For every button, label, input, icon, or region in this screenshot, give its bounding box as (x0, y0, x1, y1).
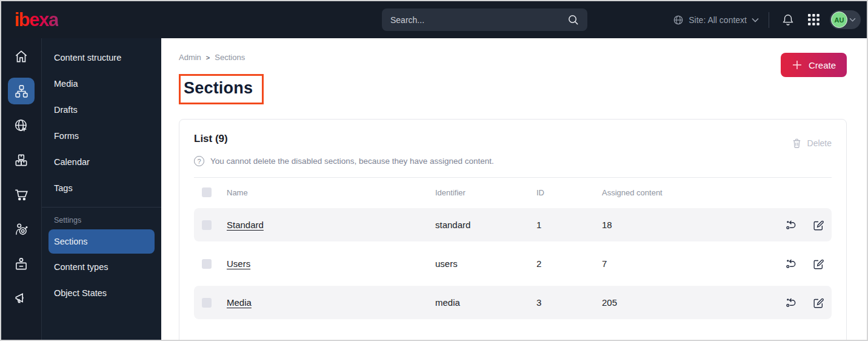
home-icon[interactable] (8, 43, 35, 70)
list-note: ? You cannot delete the disabled section… (194, 156, 832, 166)
content-structure-icon[interactable] (8, 78, 35, 104)
edit-icon[interactable] (812, 258, 824, 270)
user-menu[interactable]: AU (830, 10, 861, 29)
row-checkbox[interactable] (202, 220, 212, 230)
sidebar-item-media[interactable]: Media (42, 70, 161, 96)
row-checkbox[interactable] (202, 298, 212, 308)
cart-icon[interactable] (8, 181, 35, 208)
assign-content-icon[interactable] (785, 297, 798, 309)
global-search[interactable] (382, 8, 587, 31)
globe-icon (673, 15, 684, 25)
top-bar: ibexa Site: All context (1, 1, 867, 38)
customers-icon[interactable] (8, 216, 35, 243)
plus-icon (792, 59, 803, 70)
column-header-identifier: Identifier (435, 188, 536, 197)
breadcrumb-separator: > (206, 54, 210, 61)
site-context-selector[interactable]: Site: All context (673, 15, 759, 25)
column-header-name: Name (216, 188, 435, 197)
corporate-account-icon[interactable] (8, 251, 35, 277)
chevron-down-icon (849, 18, 856, 22)
edit-icon[interactable] (812, 297, 824, 309)
row-checkbox[interactable] (202, 259, 212, 269)
app-window: ibexa Site: All context (0, 0, 868, 341)
sidebar-item-drafts[interactable]: Drafts (42, 96, 161, 123)
sections-list-card: List (9) Delete ? You cannot delete the … (179, 119, 847, 341)
table-row-media: Media media 3 205 (194, 286, 832, 319)
search-input[interactable] (390, 15, 567, 25)
sidebar-item-tags[interactable]: Tags (42, 175, 161, 201)
sidebar-divider (42, 207, 161, 208)
chevron-down-icon (752, 18, 759, 22)
select-all-checkbox[interactable] (202, 187, 212, 197)
sections-table: Name Identifier ID Assigned content Stan… (194, 177, 832, 319)
site-context-label: Site: All context (689, 15, 747, 25)
create-button[interactable]: Create (781, 53, 847, 77)
assign-content-icon[interactable] (785, 258, 798, 270)
assign-content-icon[interactable] (785, 219, 798, 231)
column-header-id: ID (536, 188, 602, 197)
trash-icon (792, 138, 802, 149)
notifications-bell-icon[interactable] (779, 11, 797, 29)
breadcrumb: Admin > Sections (179, 53, 847, 62)
column-header-assigned-content: Assigned content (602, 188, 771, 197)
topbar-divider (769, 12, 769, 28)
edit-icon[interactable] (812, 219, 824, 231)
marketing-icon[interactable] (8, 285, 35, 312)
icon-rail (1, 38, 42, 340)
section-link-standard[interactable]: Standard (227, 220, 264, 230)
delete-button[interactable]: Delete (792, 138, 832, 149)
sidebar-item-calendar[interactable]: Calendar (42, 149, 161, 175)
topbar-right-cluster: Site: All context AU (673, 1, 861, 38)
table-header-row: Name Identifier ID Assigned content (194, 178, 832, 207)
app-grid-icon[interactable] (804, 11, 823, 29)
main-content: Admin > Sections Create Sections List (9… (161, 38, 867, 340)
annotation-highlight-box: Sections (179, 74, 264, 104)
sidebar-item-content-structure[interactable]: Content structure (42, 44, 161, 70)
avatar: AU (831, 12, 847, 28)
section-link-media[interactable]: Media (227, 297, 252, 308)
breadcrumb-sections: Sections (215, 53, 245, 62)
page-title: Sections (184, 79, 253, 98)
site-management-icon[interactable] (8, 112, 35, 139)
table-row-standard: Standard standard 1 18 (194, 208, 832, 241)
ibexa-logo[interactable]: ibexa (15, 9, 58, 31)
sidebar-settings-label: Settings (42, 212, 161, 229)
search-icon[interactable] (567, 14, 579, 25)
table-row-users: Users users 2 7 (194, 247, 832, 280)
help-icon: ? (194, 156, 204, 166)
sidebar-menu: Content structure Media Drafts Forms Cal… (42, 38, 161, 340)
sidebar-item-object-states[interactable]: Object States (42, 280, 161, 306)
breadcrumb-admin[interactable]: Admin (179, 53, 201, 62)
section-link-users[interactable]: Users (227, 258, 250, 269)
products-icon[interactable] (8, 147, 35, 174)
sidebar-item-sections[interactable]: Sections (48, 229, 155, 254)
list-heading: List (9) (194, 133, 228, 145)
sidebar-item-forms[interactable]: Forms (42, 123, 161, 149)
sidebar-item-content-types[interactable]: Content types (42, 254, 161, 280)
